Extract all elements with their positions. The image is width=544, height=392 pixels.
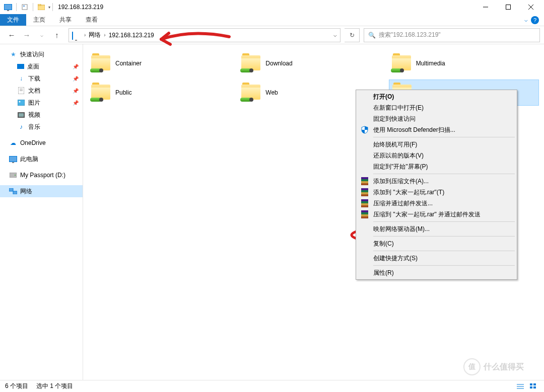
view-details-button[interactable]	[515, 382, 526, 391]
address-dropdown-icon[interactable]: ⌵	[333, 32, 337, 38]
desktop-icon	[17, 64, 24, 69]
svg-rect-3	[38, 4, 41, 6]
ctx-add-archive[interactable]: 添加到压缩文件(A)...	[357, 176, 516, 187]
ctx-separator	[373, 174, 515, 174]
ctx-compress-to-email[interactable]: 压缩到 "大家一起玩.rar" 并通过邮件发送	[357, 209, 516, 220]
ctx-pin-start[interactable]: 固定到"开始"屏幕(P)	[357, 161, 516, 172]
svg-rect-32	[361, 210, 368, 212]
sidebar-network[interactable]: 网络	[0, 185, 83, 197]
address-bar[interactable]: › 网络 › 192.168.123.219 ⌵	[69, 28, 341, 42]
ctx-separator	[373, 137, 515, 137]
breadcrumb-network[interactable]: 网络	[87, 31, 103, 39]
help-icon[interactable]: ?	[531, 16, 539, 24]
svg-rect-41	[530, 386, 532, 388]
ribbon-tab-file[interactable]: 文件	[0, 14, 26, 26]
ribbon-tab-share[interactable]: 共享	[52, 14, 79, 26]
maximize-button[interactable]	[497, 0, 519, 14]
rar-icon	[360, 199, 369, 208]
sidebar-this-pc[interactable]: 此电脑	[0, 153, 83, 165]
ctx-add-to-rar[interactable]: 添加到 "大家一起玩.rar"(T)	[357, 187, 516, 198]
svg-point-12	[19, 101, 21, 103]
ctx-compress-email[interactable]: 压缩并通过邮件发送...	[357, 198, 516, 209]
ctx-open-new-window[interactable]: 在新窗口中打开(E)	[357, 102, 516, 113]
ctx-pin-quick[interactable]: 固定到快速访问	[357, 113, 516, 124]
ribbon: 文件 主页 共享 查看 ⌵ ?	[0, 14, 544, 26]
ctx-map-network-drive[interactable]: 映射网络驱动器(M)...	[357, 223, 516, 234]
folder-label: Web	[265, 89, 278, 96]
sidebar-label: 音乐	[28, 123, 40, 131]
video-icon	[17, 111, 25, 119]
star-icon: ★	[9, 50, 17, 58]
sidebar-label: 快速访问	[20, 50, 44, 59]
sidebar-item-pictures[interactable]: 图片 📌	[0, 97, 83, 109]
svg-rect-14	[19, 113, 24, 117]
shield-icon	[360, 125, 369, 134]
ctx-create-shortcut[interactable]: 创建快捷方式(S)	[357, 253, 516, 264]
ctx-separator	[373, 265, 515, 266]
svg-rect-24	[361, 188, 368, 190]
nav-back-button[interactable]: ←	[4, 28, 19, 42]
cloud-icon: ☁	[9, 139, 17, 147]
sidebar-item-documents[interactable]: 文档 📌	[0, 85, 83, 97]
sidebar-onedrive[interactable]: ☁ OneDrive	[0, 137, 83, 149]
ribbon-tab-view[interactable]: 查看	[79, 14, 105, 26]
app-icon	[4, 3, 12, 11]
folder-label: Public	[115, 89, 132, 96]
svg-point-16	[15, 175, 16, 176]
folder-item[interactable]: Download	[238, 50, 388, 76]
sidebar-item-videos[interactable]: 视频	[0, 109, 83, 121]
folder-label: Multimedia	[416, 60, 445, 67]
nav-forward-button[interactable]: →	[19, 28, 34, 42]
sidebar-my-passport[interactable]: My Passport (D:)	[0, 169, 83, 181]
svg-rect-30	[361, 203, 368, 205]
svg-rect-11	[18, 100, 25, 106]
folder-label: Container	[115, 60, 142, 67]
ribbon-expand-icon[interactable]: ⌵	[524, 17, 528, 23]
ctx-separator	[373, 221, 515, 222]
ctx-defender-scan[interactable]: 使用 Microsoft Defender扫描...	[357, 124, 516, 135]
rar-icon	[360, 188, 369, 197]
minimize-button[interactable]	[474, 0, 497, 14]
qat-properties-icon[interactable]	[21, 3, 29, 11]
shared-folder-icon	[392, 53, 412, 73]
svg-rect-26	[361, 192, 368, 194]
search-input[interactable]: 🔍 搜索"192.168.123.219"	[364, 28, 540, 42]
ctx-always-offline[interactable]: 始终脱机可用(F)	[357, 139, 516, 150]
sidebar-label: 文档	[28, 87, 40, 95]
folder-item[interactable]: Container	[88, 50, 238, 76]
nav-recent-button[interactable]: ⌵	[34, 28, 49, 42]
ribbon-tab-home[interactable]: 主页	[26, 14, 52, 26]
status-selected-count: 选中 1 个项目	[36, 382, 73, 390]
folder-item[interactable]: Public	[88, 80, 238, 106]
svg-rect-39	[530, 383, 532, 385]
ctx-restore-versions[interactable]: 还原以前的版本(V)	[357, 150, 516, 161]
refresh-button[interactable]: ↻	[345, 28, 360, 42]
view-large-icons-button[interactable]	[528, 382, 539, 391]
ctx-open[interactable]: 打开(O)	[357, 91, 516, 102]
svg-rect-0	[22, 5, 27, 10]
watermark: 值 什么值得买	[463, 357, 539, 377]
sidebar-item-downloads[interactable]: ↓ 下载 📌	[0, 72, 83, 85]
sidebar-quick-access[interactable]: ★ 快速访问	[0, 48, 83, 60]
svg-rect-33	[361, 212, 368, 214]
download-icon: ↓	[17, 74, 25, 83]
folder-label: Download	[265, 60, 292, 67]
breadcrumb-sep-icon[interactable]: ›	[83, 32, 87, 38]
breadcrumb-current[interactable]: 192.168.123.219	[107, 32, 156, 39]
qat-dropdown-icon[interactable]: ▾	[48, 5, 50, 10]
sidebar-item-music[interactable]: ♪ 音乐	[0, 121, 83, 133]
qat-newfolder-icon[interactable]	[37, 3, 45, 11]
sidebar-item-desktop[interactable]: 桌面 📌	[0, 60, 83, 72]
close-button[interactable]	[519, 0, 542, 14]
ctx-copy[interactable]: 复制(C)	[357, 238, 516, 249]
breadcrumb-sep-icon[interactable]: ›	[103, 32, 106, 38]
nav-up-button[interactable]: ↑	[49, 28, 64, 42]
svg-rect-42	[533, 386, 536, 388]
picture-icon	[17, 99, 25, 107]
ctx-properties[interactable]: 属性(R)	[357, 267, 516, 278]
folder-item[interactable]: Multimedia	[389, 50, 539, 76]
sidebar-label: My Passport (D:)	[20, 172, 65, 179]
shared-folder-icon	[241, 83, 261, 103]
sidebar: ★ 快速访问 桌面 📌 ↓ 下载 📌 文档 📌 图片 📌	[0, 44, 83, 380]
sidebar-label: 此电脑	[20, 155, 38, 164]
